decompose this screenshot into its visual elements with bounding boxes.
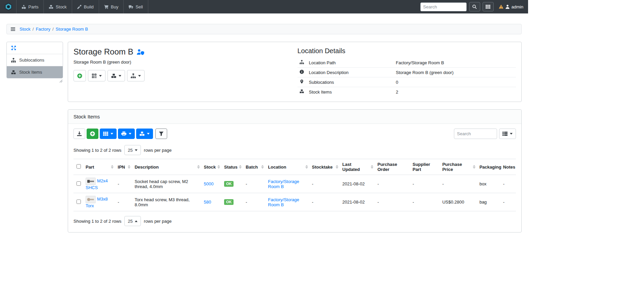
- inventree-logo-icon[interactable]: [4, 2, 13, 11]
- column-header-stocktake[interactable]: Stocktake: [310, 159, 340, 175]
- nav-item-build[interactable]: Build: [72, 0, 99, 13]
- cell-last-updated: 2021-08-02: [340, 193, 375, 211]
- cell-supplier-part: -: [410, 193, 440, 211]
- sidebar-item-stock-items[interactable]: Stock Items: [7, 66, 63, 78]
- navbar-user[interactable]: admin: [499, 4, 523, 9]
- navbar-search-input[interactable]: [420, 2, 467, 11]
- stock-search-input[interactable]: [454, 129, 497, 139]
- barcode-actions-button[interactable]: [88, 70, 105, 81]
- location-actions: [73, 70, 295, 81]
- page-title: Storage Room B: [73, 47, 133, 57]
- stock-actions-button[interactable]: [108, 70, 125, 81]
- column-header-packaging[interactable]: Packaging: [478, 159, 501, 175]
- row-checkbox[interactable]: [76, 181, 81, 186]
- stock-quantity-link[interactable]: 5000: [204, 181, 214, 186]
- page-size-value: 25: [128, 148, 132, 153]
- sitemap-icon: [131, 73, 136, 78]
- stock-options-button[interactable]: [100, 129, 117, 139]
- caret-down-icon: [135, 149, 137, 151]
- filter-icon: [159, 131, 164, 136]
- cell-notes: -: [501, 175, 516, 193]
- stock-quantity-link[interactable]: 580: [204, 200, 211, 205]
- navbar-apps-button[interactable]: [483, 2, 494, 11]
- stock-table-body: M2x4 SHCS-Socket head cap screw, M2 thre…: [73, 175, 516, 211]
- column-label: Purchase Price: [442, 162, 471, 172]
- select-all-checkbox[interactable]: [76, 164, 81, 169]
- column-header-stock[interactable]: Stock: [202, 159, 222, 175]
- page-size-dropdown[interactable]: 25: [124, 216, 141, 226]
- export-button[interactable]: [73, 129, 85, 139]
- cell-location: Factory/Storage Room B: [266, 193, 310, 211]
- page-size-dropdown[interactable]: 25: [124, 145, 141, 155]
- boxes-icon: [300, 89, 304, 94]
- column-label: Batch: [246, 165, 258, 170]
- column-label: Stock: [204, 165, 216, 170]
- breadcrumb-link-storage-room-b[interactable]: Storage Room B: [56, 27, 88, 32]
- navbar-search-button[interactable]: [469, 2, 480, 11]
- sort-icon: [334, 165, 338, 169]
- column-label: Notes: [503, 165, 515, 170]
- breadcrumb-separator: /: [33, 27, 34, 32]
- detail-value: 2: [394, 87, 516, 97]
- column-header-notes[interactable]: Notes: [501, 159, 516, 175]
- print-actions-button[interactable]: [118, 129, 135, 139]
- cell-purchase-price: US$0.2800: [440, 193, 477, 211]
- caret-down-icon: [510, 133, 513, 135]
- column-header-purchase-price[interactable]: Purchase Price: [440, 159, 477, 175]
- column-header-purchase-order[interactable]: Purchase Order: [375, 159, 410, 175]
- detail-value: Factory/Storage Room B: [394, 58, 516, 68]
- sidebar-item-sublocations[interactable]: Sublocations: [7, 54, 63, 66]
- stock-actions-button[interactable]: [136, 129, 153, 139]
- select-all-header: [73, 159, 84, 175]
- breadcrumb-link-factory[interactable]: Factory: [36, 27, 50, 32]
- column-header-ipn[interactable]: IPN: [116, 159, 132, 175]
- cell-batch: -: [244, 193, 266, 211]
- sidebar-resize-handle[interactable]: [6, 78, 63, 83]
- columns-icon: [502, 131, 508, 136]
- stock-toolbar-left: [73, 129, 167, 139]
- sidebar-expand-button[interactable]: [7, 42, 63, 54]
- row-checkbox[interactable]: [76, 200, 81, 204]
- print-icon: [121, 131, 126, 136]
- caret-down-icon: [129, 133, 131, 135]
- boxes-icon: [111, 73, 116, 78]
- column-header-supplier-part[interactable]: Supplier Part: [410, 159, 440, 175]
- column-label: Stocktake: [312, 165, 333, 170]
- detail-value: 0: [394, 77, 516, 87]
- cell-batch: -: [244, 175, 266, 193]
- column-header-part[interactable]: Part: [84, 159, 116, 175]
- cell-location: Factory/Storage Room B: [266, 175, 310, 193]
- breadcrumb-separator: /: [52, 27, 54, 32]
- stock-table: PartIPNDescriptionStockStatusBatchLocati…: [73, 159, 516, 211]
- column-header-status[interactable]: Status: [222, 159, 244, 175]
- location-link[interactable]: Factory/Storage Room B: [268, 179, 299, 189]
- rows-per-page-label: rows per page: [144, 148, 172, 153]
- nav-item-sell[interactable]: Sell: [123, 0, 148, 13]
- detail-row: Location DescriptionStorage Room B (gree…: [298, 68, 516, 77]
- column-label: Part: [86, 165, 94, 170]
- column-header-batch[interactable]: Batch: [244, 159, 266, 175]
- nav-item-label: Build: [84, 4, 94, 9]
- column-header-last-updated[interactable]: Last Updated: [340, 159, 375, 175]
- nav-item-buy[interactable]: Buy: [99, 0, 123, 13]
- new-stock-item-button[interactable]: [87, 129, 98, 139]
- pagination-top: Showing 1 to 2 of 2 rows 25 rows per pag…: [73, 145, 516, 155]
- detail-label: Sublocations: [307, 77, 394, 87]
- sort-icon: [196, 165, 200, 169]
- add-button[interactable]: [73, 70, 86, 81]
- nav-item-parts[interactable]: Parts: [16, 0, 43, 13]
- status-badge: OK: [224, 199, 234, 205]
- page-size-value: 25: [128, 219, 132, 224]
- expand-arrows-icon: [11, 45, 16, 50]
- columns-dropdown-button[interactable]: [499, 129, 516, 139]
- sidebar-toggle-icon[interactable]: [10, 27, 16, 32]
- boxes-icon: [11, 70, 16, 75]
- filter-button[interactable]: [155, 129, 167, 139]
- column-header-location[interactable]: Location: [266, 159, 310, 175]
- column-header-description[interactable]: Description: [132, 159, 202, 175]
- location-link[interactable]: Factory/Storage Room B: [268, 197, 299, 207]
- nav-item-stock[interactable]: Stock: [43, 0, 72, 13]
- location-actions-button[interactable]: [127, 70, 145, 81]
- plus-circle-icon: [90, 131, 95, 136]
- breadcrumb-link-stock[interactable]: Stock: [20, 27, 31, 32]
